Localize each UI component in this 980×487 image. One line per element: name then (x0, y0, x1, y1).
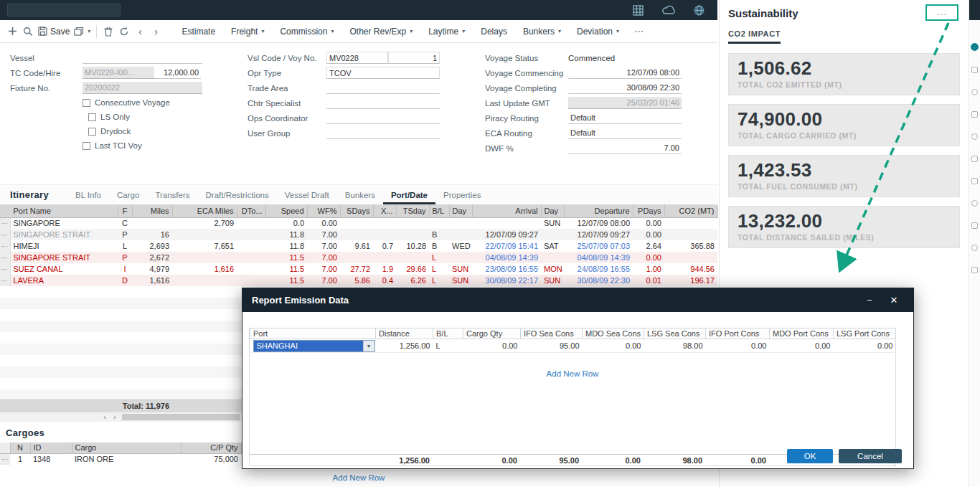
emission-row[interactable]: SHANGHAI ▼ 1,256.00 L 0.00 95.00 0.00 98… (250, 339, 896, 353)
column-header-wf[interactable]: WF% (307, 205, 340, 217)
scroll-right-icon[interactable]: › (110, 412, 119, 422)
column-header-dto[interactable]: DTo... (237, 205, 265, 217)
search-icon[interactable] (20, 23, 36, 40)
checkbox-ls-only[interactable] (88, 113, 96, 121)
column-header-day[interactable]: Day (541, 205, 564, 217)
table-row[interactable]: ⋯SINGAPORE STRAITP1611.87.00B12/07/09 09… (0, 229, 717, 240)
menu-delays[interactable]: Delays (473, 21, 515, 42)
column-header-pdays[interactable]: PDays (633, 205, 664, 217)
tab-port-date[interactable]: Port/Date (383, 191, 435, 204)
column-header-cargo[interactable]: Cargo (72, 443, 181, 453)
scrollbar-thumb[interactable] (122, 414, 240, 420)
rail-icon[interactable] (971, 156, 978, 162)
mdo-sea-cons-cell[interactable]: 0.00 (583, 339, 644, 353)
column-header-tsday[interactable]: TSday (396, 205, 429, 217)
rail-icon[interactable] (971, 89, 978, 95)
column-header-f[interactable]: F (118, 205, 132, 217)
chtr-specialist-field[interactable] (326, 97, 440, 109)
column-header-speed[interactable]: Speed (265, 205, 307, 217)
cargo-add-new-row-link[interactable]: Add New Row (0, 473, 717, 482)
tab-co2-impact[interactable]: CO2 IMPACT (728, 29, 781, 44)
ifo-port-cons-cell[interactable]: 0.00 (706, 339, 770, 353)
checkbox-consecutive-voyage[interactable] (83, 99, 90, 107)
row-menu-icon[interactable]: ⋯ (0, 229, 10, 240)
mdo-port-cons-cell[interactable]: 0.00 (770, 339, 834, 353)
globe-icon[interactable] (694, 5, 705, 16)
voy-no-field[interactable]: 1 (388, 52, 440, 64)
menu-estimate[interactable]: Estimate (174, 21, 223, 42)
column-header-departure[interactable]: Departure (564, 205, 633, 217)
previous-record-button[interactable]: ‹ (132, 23, 148, 40)
eca-routing-field[interactable]: Default (568, 127, 624, 139)
table-row[interactable]: ⋯SINGAPOREC2,7090.00.00SUN12/07/09 08:00… (0, 217, 717, 229)
trade-area-field[interactable] (326, 82, 440, 94)
column-header-id[interactable]: ID (30, 443, 72, 453)
cloud-sync-icon[interactable] (662, 5, 675, 15)
distance-cell[interactable]: 1,256.00 (376, 339, 433, 353)
rail-icon[interactable] (971, 111, 978, 118)
new-button[interactable] (4, 23, 20, 40)
grid-icon[interactable] (633, 5, 644, 16)
column-header-b-l[interactable]: B/L (429, 205, 449, 217)
rail-icon[interactable] (971, 200, 978, 207)
rail-status-icon[interactable] (971, 43, 979, 51)
column-header-port-name[interactable]: Port Name (10, 205, 118, 217)
bl-cell[interactable]: L (433, 339, 463, 353)
column-header-miles[interactable]: Miles (132, 205, 172, 217)
column-header-n[interactable]: N (10, 443, 30, 453)
table-row[interactable]: ⋯SINGAPORE STRAITP2,67211.57.00L04/08/09… (0, 252, 717, 263)
tab-bl-info[interactable]: BL Info (67, 191, 109, 204)
piracy-routing-extra-field[interactable] (624, 112, 682, 124)
column-header-mdo-sea-cons[interactable]: MDO Sea Cons (583, 328, 644, 339)
chevron-down-icon[interactable]: ▼ (363, 341, 374, 351)
column-header-sdays[interactable]: SDays (340, 205, 373, 217)
emission-add-new-row-link[interactable]: Add New Row (250, 369, 895, 378)
checkbox-last-tci-voy[interactable] (83, 142, 90, 150)
column-header-lsg-port-cons[interactable]: LSG Port Cons (834, 328, 896, 339)
sustainability-more-button[interactable]: ... (925, 4, 958, 21)
tab-draft-restrictions[interactable]: Draft/Restrictions (198, 191, 277, 204)
piracy-routing-field[interactable]: Default (568, 112, 624, 124)
column-header-co2-mt[interactable]: CO2 (MT) (664, 205, 717, 217)
column-header-mdo-port-cons[interactable]: MDO Port Cons (770, 328, 834, 339)
column-header-b-l[interactable]: B/L (433, 328, 463, 339)
table-row[interactable]: ⋯11348IRON ORE75,000 (0, 453, 241, 465)
column-header-x[interactable]: X... (373, 205, 396, 217)
scroll-left-icon[interactable]: ‹ (100, 412, 109, 422)
tab-vessel-draft[interactable]: Vessel Draft (277, 191, 337, 204)
column-header-eca-miles[interactable]: ECA Miles (172, 205, 237, 217)
ifo-sea-cons-cell[interactable]: 95.00 (521, 339, 583, 353)
lsg-port-cons-cell[interactable]: 0.00 (834, 339, 896, 353)
column-header-c-p-qty[interactable]: C/P Qty (181, 443, 241, 453)
column-header-ifo-sea-cons[interactable]: IFO Sea Cons (521, 328, 583, 339)
minimize-icon[interactable]: − (857, 295, 882, 306)
voyage-commencing-field[interactable]: 12/07/09 08:00 (568, 67, 682, 79)
delete-button[interactable] (100, 23, 116, 40)
column-header-ifo-port-cons[interactable]: IFO Port Cons (706, 328, 770, 339)
tab-transfers[interactable]: Transfers (147, 191, 197, 204)
row-menu-icon[interactable]: ⋯ (0, 252, 10, 263)
rail-icon[interactable] (971, 178, 978, 184)
column-header-day[interactable]: Day (449, 205, 472, 217)
documents-menu-button[interactable]: ▾ (72, 23, 93, 40)
menu-other-rev-exp[interactable]: Other Rev/Exp▾ (341, 21, 420, 42)
menu-commission[interactable]: Commission▾ (272, 21, 341, 42)
column-header-arrival[interactable]: Arrival (472, 205, 541, 217)
checkbox-drydock[interactable] (88, 128, 96, 136)
column-header-cargo-qty[interactable]: Cargo Qty (463, 328, 521, 339)
tc-code-field[interactable]: MV0228-I00... (83, 67, 154, 79)
rail-icon[interactable] (971, 245, 978, 251)
row-menu-icon[interactable]: ⋯ (0, 217, 10, 229)
row-menu-icon[interactable]: ⋯ (0, 263, 10, 275)
ok-button[interactable]: OK (787, 449, 833, 463)
quick-search-input[interactable] (7, 4, 121, 16)
table-row[interactable]: ⋯LAVERAD1,61611.57.005.860.46.26LSUN30/0… (0, 275, 717, 286)
rail-icon[interactable] (971, 222, 978, 229)
tab-properties[interactable]: Properties (435, 191, 489, 204)
user-group-field[interactable] (326, 127, 440, 139)
save-button[interactable]: Save (36, 23, 72, 40)
opr-type-field[interactable]: TCOV (326, 67, 440, 79)
menu-bunkers[interactable]: Bunkers▾ (515, 21, 569, 42)
row-menu-icon[interactable]: ⋯ (0, 453, 10, 465)
cargo-qty-cell[interactable]: 0.00 (463, 339, 521, 353)
